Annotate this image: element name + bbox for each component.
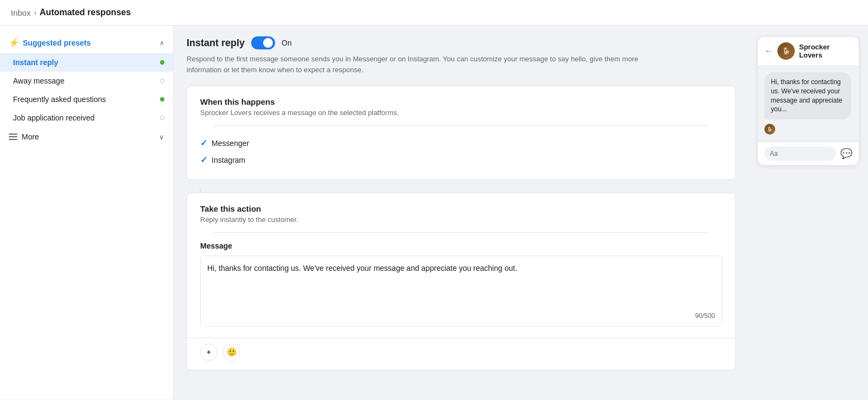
sidebar-item-faq[interactable]: Frequently asked questions [0,90,173,109]
sparkle-button[interactable]: ✦ [200,344,218,361]
emoji-button[interactable]: 🙂 [223,344,240,361]
messenger-preview-header: ← 🐕 Sprocker Lovers [758,37,859,66]
messenger-preview-footer: Aa 💬 [758,142,859,165]
preview-avatar: 🐕 [777,42,795,60]
take-action-subtitle: Reply instantly to the customer. [200,215,722,224]
sparkle-icon: ✦ [206,348,212,357]
preview-page-name: Sprocker Lovers [799,43,852,59]
message-textarea-wrapper: Hi, thanks for contacting us. We've rece… [200,256,722,327]
take-action-title: Take this action [200,204,722,213]
messenger-label: Messenger [212,139,249,148]
messenger-checkbox-row[interactable]: ✓ Messenger [200,135,722,151]
messenger-preview-body: Hi, thanks for contacting us. We've rece… [758,66,859,142]
lightning-icon: ⚡ [9,37,20,48]
sidebar-item-job-application[interactable]: Job application received [0,109,173,127]
sidebar: ⚡ Suggested presets ∧ Instant reply Away… [0,26,174,399]
take-action-section: Take this action Reply instantly to the … [187,193,735,338]
main-content: Instant reply On Respond to the first me… [174,26,749,399]
toggle-on-label: On [282,39,292,47]
preview-panel: ← 🐕 Sprocker Lovers Hi, thanks for conta… [749,26,868,399]
sidebar-item-instant-reply[interactable]: Instant reply [0,53,173,72]
sidebar-more[interactable]: More ∨ [0,127,173,147]
message-label: Message [200,242,722,250]
suggested-presets-header[interactable]: ⚡ Suggested presets ∧ [0,34,173,53]
chevron-up-icon: ∧ [159,39,164,47]
section-connector [200,188,201,193]
message-textarea[interactable]: Hi, thanks for contacting us. We've rece… [207,263,715,308]
messenger-preview: ← 🐕 Sprocker Lovers Hi, thanks for conta… [757,36,859,166]
dot-away-message [160,79,164,83]
small-avatar: 🐕 [764,124,775,135]
when-happens-subtitle: Sprocker Lovers receives a message on th… [200,109,722,117]
active-dot-instant-reply [160,60,164,65]
emoji-icon: 🙂 [227,347,237,357]
char-count: 90/500 [207,312,715,320]
preview-message-bubble: Hi, thanks for contacting us. We've rece… [764,72,851,119]
section-title: ⚡ Suggested presets [9,37,91,48]
main-layout: ⚡ Suggested presets ∧ Instant reply Away… [0,26,868,399]
when-happens-card: When this happens Sprocker Lovers receiv… [187,86,736,180]
instant-reply-title: Instant reply [187,37,245,49]
instagram-label: Instagram [212,156,245,164]
more-chevron-icon: ∨ [159,133,164,141]
toggle-switch[interactable] [251,36,275,49]
when-happens-section: When this happens Sprocker Lovers receiv… [187,86,735,179]
dot-faq [160,97,164,101]
take-action-card: Take this action Reply instantly to the … [187,193,736,370]
bubble-row: 🐕 [764,124,852,135]
page-title: Automated responses [40,8,131,17]
instagram-checkbox-row[interactable]: ✓ Instagram [200,151,722,168]
message-toolbar: ✦ 🙂 [187,338,735,370]
breadcrumb-chevron: › [34,9,36,17]
hamburger-icon [9,134,17,140]
inbox-link[interactable]: Inbox [11,8,31,17]
instagram-check-icon: ✓ [200,155,207,165]
messenger-check-icon: ✓ [200,138,207,148]
header: Inbox › Automated responses [0,0,868,26]
back-arrow-icon[interactable]: ← [764,46,773,56]
sidebar-item-away-message[interactable]: Away message [0,72,173,90]
messenger-send-icon: 💬 [840,148,852,160]
description-text: Respond to the first message someone sen… [187,54,675,75]
dot-job-application [160,116,164,120]
messenger-input-placeholder: Aa [764,147,836,161]
when-happens-title: When this happens [200,97,722,106]
instant-reply-header: Instant reply On [187,36,736,49]
toggle-slider [251,36,275,49]
